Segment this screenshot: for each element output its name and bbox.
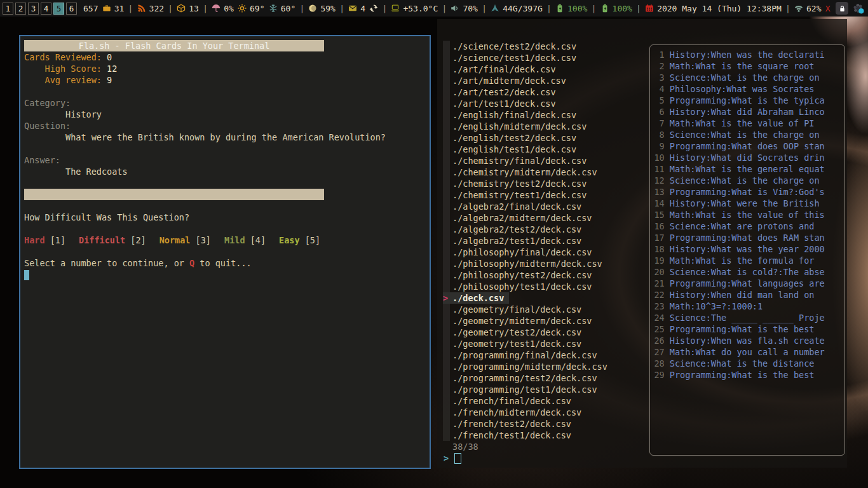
difficulty-option-hard[interactable]: Hard[1] [24, 234, 65, 246]
preview-line-number: 18 [653, 243, 665, 255]
answer-label: Answer: [24, 154, 430, 166]
preview-line-text: History:What was the year 2000 [670, 244, 825, 254]
fzf-pointer [443, 41, 452, 52]
desktop: 123456 65731|322|13|0%69°60°|59%|4|+53.0… [0, 0, 868, 488]
status-segment-indicator-x[interactable]: X [825, 4, 831, 13]
preview-line-text: Math:What do you call a number [670, 347, 825, 357]
preview-line: 18History:What was the year 2000 [653, 243, 844, 255]
status-segment-wifi[interactable]: 62% [794, 4, 821, 13]
status-segment-datetime[interactable]: 2020 May 14 (Thu) 12:38PM [645, 4, 782, 13]
preview-line: 6History:What did Abraham Linco [653, 106, 844, 118]
preview-line-text: Programming:What is the best [670, 370, 815, 380]
fzf-file-path: ./philosophy/test2/deck.csv [452, 269, 592, 281]
terminal-cursor [24, 270, 29, 280]
status-segment-battery-2[interactable]: 100% [600, 4, 632, 13]
keyring-tray-icon[interactable] [836, 2, 848, 15]
preview-line-number: 26 [653, 335, 665, 346]
sun-icon [238, 4, 247, 13]
status-segment-cpu-temp[interactable]: +53.0°C [391, 4, 438, 13]
status-segment-packages[interactable]: 13 [177, 4, 199, 13]
preview-line-number: 25 [653, 323, 665, 335]
fzf-file-path: ./chemistry/final/deck.csv [452, 155, 587, 166]
fzf-input-cursor [454, 453, 461, 464]
stat-label: High Score: [24, 63, 102, 74]
preview-line-number: 22 [653, 289, 665, 301]
fzf-pointer [443, 269, 452, 281]
flash-terminal-window[interactable]: Fla.sh - Flash Cards In Your Terminal Ca… [19, 35, 431, 469]
fzf-file-path: ./programming/final/deck.csv [452, 349, 597, 361]
difficulty-label: Difficult [79, 235, 125, 245]
preview-line-text: Math:What is the square root [670, 61, 815, 71]
fzf-pointer [443, 327, 452, 338]
fzf-terminal-window[interactable]: ./science/test2/deck.csv ./science/test1… [437, 19, 847, 468]
preview-line-text: Math:What is the value of this [670, 210, 825, 220]
arch-icon [491, 4, 499, 13]
segment-text: 4 [360, 4, 365, 13]
preview-line: 26History:When was fla.sh create [653, 335, 844, 346]
quit-key: Q [189, 258, 194, 268]
segment-separator: | [339, 4, 344, 13]
status-segment-tasks[interactable]: 31 [102, 4, 125, 13]
fzf-pointer [443, 315, 452, 327]
fzf-prompt-line[interactable]: > [444, 452, 461, 464]
difficulty-key: [4] [250, 235, 266, 245]
fzf-pointer: > [443, 292, 452, 304]
fzf-prompt: > [444, 452, 449, 464]
wifi-icon [794, 4, 803, 13]
status-segment-volume[interactable]: 70% [451, 4, 477, 13]
status-segment-counter-657[interactable]: 657 [83, 4, 98, 13]
workspace-3[interactable]: 3 [28, 3, 39, 15]
status-segment-temp-high[interactable]: 69° [238, 4, 264, 13]
status-segment-battery-1[interactable]: 100% [555, 4, 587, 13]
fzf-pointer [443, 201, 452, 212]
workspace-1[interactable]: 1 [3, 3, 13, 15]
calendar-icon [645, 4, 654, 13]
preview-line: 22History:When did man land on [653, 289, 844, 301]
difficulty-option-difficult[interactable]: Difficult[2] [79, 234, 146, 246]
footer-line: Select a number to continue, or Q to qui… [24, 257, 430, 269]
workspace-5[interactable]: 5 [53, 3, 64, 15]
difficulty-label: Mild [224, 235, 245, 245]
package-icon [177, 4, 186, 13]
status-segment-temp-low[interactable]: 60° [269, 4, 295, 13]
fzf-pointer [443, 430, 452, 441]
status-segment-sync[interactable] [369, 4, 378, 13]
workspace-6[interactable]: 6 [66, 3, 77, 15]
workspace-4[interactable]: 4 [41, 3, 51, 15]
preview-line-number: 6 [653, 106, 665, 118]
difficulty-option-mild[interactable]: Mild[4] [224, 234, 266, 246]
fzf-pointer [443, 258, 452, 269]
preview-line-number: 7 [653, 118, 665, 129]
difficulty-key: [1] [50, 235, 65, 245]
status-segment-rain-chance[interactable]: 0% [212, 4, 234, 13]
preview-line: 9Programming:What does OOP stan [653, 140, 844, 152]
segment-separator: | [592, 4, 597, 13]
fzf-pointer [443, 361, 452, 372]
fzf-file-path: ./geometry/final/deck.csv [452, 304, 581, 315]
preview-line: 19Math:What is the formula for [653, 255, 844, 266]
status-segment-mail[interactable]: 4 [348, 4, 365, 13]
preview-line-text: Math:What is the formula for [670, 255, 815, 266]
workspace-2[interactable]: 2 [15, 3, 26, 15]
difficulty-option-easy[interactable]: Easy[5] [279, 234, 320, 246]
segment-separator: | [203, 4, 208, 13]
preview-line: 27Math:What do you call a number [653, 346, 844, 358]
segment-text: 59% [320, 4, 335, 13]
segment-separator: | [128, 4, 133, 13]
moon-icon [308, 4, 317, 13]
preview-line-number: 23 [653, 301, 665, 312]
fzf-pointer [443, 86, 452, 98]
difficulty-option-normal[interactable]: Normal[3] [159, 234, 211, 246]
fzf-file-path: ./programming/midterm/deck.csv [452, 361, 607, 372]
status-segment-moon-phase[interactable]: 59% [308, 4, 335, 13]
stat-row: Avg review:9 [24, 74, 430, 86]
status-segment-disk-usage[interactable]: 44G/397G [491, 4, 543, 13]
fzf-file-path: ./algebra2/midterm/deck.csv [452, 212, 592, 224]
gear-tray-icon[interactable] [853, 3, 864, 14]
preview-line-number: 27 [653, 346, 665, 358]
segment-text: 44G/397G [503, 4, 543, 13]
fzf-file-path: ./deck.csv [452, 292, 509, 304]
status-segment-news-feed[interactable]: 322 [137, 4, 164, 13]
preview-pane: 1History:When was the declarati2Math:Wha… [649, 44, 845, 456]
preview-line-text: Programming:What languages are [670, 278, 825, 288]
